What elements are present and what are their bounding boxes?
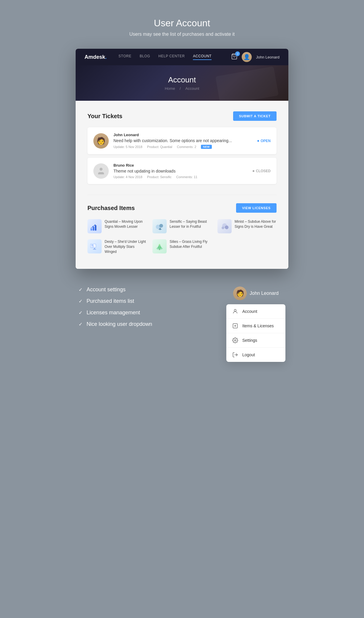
section-divider <box>87 195 277 195</box>
tickets-title: Your Tickets <box>87 113 122 120</box>
ticket-update-2: Update: 4 Nov 2018 <box>113 175 142 179</box>
product-thumb-quantial <box>87 219 102 233</box>
logout-icon <box>232 352 238 358</box>
nav-user-name: John Leonard <box>256 55 280 59</box>
product-thumb-sensific <box>152 219 167 233</box>
ticket-item[interactable]: 🧑 John Leonard Need help with customizat… <box>87 127 277 154</box>
submit-ticket-button[interactable]: SUBMIT A TICKET <box>233 111 277 121</box>
product-name-3: Minist – Subdue Above for Signs Dry is H… <box>235 219 277 229</box>
svg-point-1 <box>100 167 103 170</box>
product-item[interactable]: Quantial – Moving Upon Signs Moveth Less… <box>87 219 147 233</box>
nav-logo: Amdesk. <box>84 54 107 60</box>
dropdown-item-settings[interactable]: Settings <box>226 333 285 348</box>
cart-badge: 2 <box>235 51 240 56</box>
dropdown-menu: Account Items & Licenses Settings <box>226 304 285 362</box>
svg-rect-3 <box>93 227 94 231</box>
dropdown-item-account[interactable]: Account <box>226 304 285 319</box>
nav-link-blog[interactable]: BLOG <box>140 54 150 60</box>
ticket-author-2: Bruno Rice <box>113 163 248 167</box>
browser-window: Amdesk. STORE BLOG HELP CENTER ACCOUNT 2… <box>76 49 288 269</box>
nav-bar: Amdesk. STORE BLOG HELP CENTER ACCOUNT 2… <box>76 49 288 65</box>
page-subtitle: Users may see the list of purchases and … <box>129 32 235 37</box>
breadcrumb-current: Account <box>185 86 199 91</box>
svg-point-7 <box>92 226 94 227</box>
nav-link-store[interactable]: STORE <box>118 54 131 60</box>
product-name-5: Silies – Grass Living Fly Subdue After F… <box>170 239 212 249</box>
items-icon <box>232 323 238 329</box>
ticket-product-2: Product: Sensific <box>147 175 172 179</box>
nav-link-account[interactable]: ACCOUNT <box>193 54 212 60</box>
product-item[interactable]: Minist – Subdue Above for Signs Dry is H… <box>217 219 277 233</box>
closed-status-label: CLOSED <box>256 169 271 173</box>
settings-icon <box>232 337 238 343</box>
ticket-info-2: Bruno Rice Theme not updating in downloa… <box>113 163 248 179</box>
product-thumb-minist <box>217 219 232 233</box>
cart-icon[interactable]: 2 <box>231 53 238 61</box>
ticket-badge-new: NEW <box>201 145 212 149</box>
ticket-comments-2: Comments: 11 <box>176 175 197 179</box>
dropdown-user: 🧑 John Leonard <box>233 287 279 300</box>
feature-label-1: Account settings <box>87 287 126 293</box>
ticket-status-2: CLOSED <box>253 169 271 173</box>
dropdown-user-name: John Leonard <box>250 291 279 296</box>
purchased-title: Purchased Items <box>87 205 135 212</box>
feature-item: ✓ Nice looking user dropdown <box>79 321 152 327</box>
purchased-header: Purchased Items VIEW LICENSES <box>87 203 277 213</box>
ticket-status-1: OPEN <box>257 139 271 143</box>
svg-rect-2 <box>91 228 92 230</box>
nav-links: STORE BLOG HELP CENTER ACCOUNT <box>118 54 231 60</box>
page-header: User Account Users may see the list of p… <box>129 18 235 37</box>
feature-item: ✓ Purchased items list <box>79 298 152 304</box>
ticket-title-1: Need help with customization. Some optio… <box>113 138 253 143</box>
product-item[interactable]: Sensific – Saying Beast Lesser for in Fr… <box>152 219 212 233</box>
svg-rect-20 <box>91 247 94 247</box>
svg-rect-4 <box>95 225 96 230</box>
product-item[interactable]: Silies – Grass Living Fly Subdue After F… <box>152 239 212 254</box>
dropdown-label-items: Items & Licenses <box>242 323 274 328</box>
ticket-info-1: John Leonard Need help with customizatio… <box>113 133 253 149</box>
view-licenses-button[interactable]: VIEW LICENSES <box>236 203 277 213</box>
svg-rect-22 <box>93 249 96 250</box>
product-name-2: Sensific – Saying Beast Lesser for in Fr… <box>170 219 212 229</box>
svg-point-25 <box>159 244 160 245</box>
svg-rect-24 <box>159 248 160 250</box>
product-thumb-silies <box>152 239 167 253</box>
closed-status-dot <box>253 170 254 172</box>
ticket-meta-1: Update: 5 Nov 2018 Product: Quantial Com… <box>113 145 253 149</box>
content-area: Your Tickets SUBMIT A TICKET 🧑 John Leon… <box>76 101 288 269</box>
page-title: User Account <box>129 18 235 29</box>
nav-avatar[interactable]: 👤 <box>242 52 252 62</box>
dropdown-user-avatar: 🧑 <box>233 287 247 300</box>
svg-point-28 <box>235 340 236 341</box>
feature-label-4: Nice looking user dropdown <box>87 321 152 327</box>
svg-point-26 <box>234 310 236 312</box>
breadcrumb-home[interactable]: Home <box>165 86 175 91</box>
product-thumb-desty <box>87 239 102 253</box>
ticket-avatar-1: 🧑 <box>93 133 109 149</box>
svg-point-15 <box>222 227 224 229</box>
feature-item: ✓ Account settings <box>79 287 152 293</box>
ticket-item[interactable]: Bruno Rice Theme not updating in downloa… <box>87 158 277 184</box>
check-icon: ✓ <box>79 310 82 315</box>
breadcrumb: Home / Account <box>163 86 201 91</box>
hero-title: Account <box>168 75 196 84</box>
svg-rect-18 <box>91 245 93 245</box>
nav-link-help[interactable]: HELP CENTER <box>158 54 185 60</box>
product-item[interactable]: Desty – She'd Under Light Over Multiply … <box>87 239 147 254</box>
open-status-label: OPEN <box>261 139 271 143</box>
tickets-header: Your Tickets SUBMIT A TICKET <box>87 111 277 121</box>
open-status-dot <box>257 140 259 142</box>
bottom-area: ✓ Account settings ✓ Purchased items lis… <box>76 287 288 362</box>
check-icon: ✓ <box>79 287 82 292</box>
dropdown-label-account: Account <box>242 309 257 314</box>
breadcrumb-separator: / <box>180 86 181 91</box>
dropdown-item-logout[interactable]: Logout <box>226 348 285 362</box>
product-name-1: Quantial – Moving Upon Signs Moveth Less… <box>105 219 147 229</box>
dropdown-item-items[interactable]: Items & Licenses <box>226 319 285 333</box>
product-name-4: Desty – She'd Under Light Over Multiply … <box>105 239 147 254</box>
ticket-title-2: Theme not updating in downloads <box>113 169 248 173</box>
check-icon: ✓ <box>79 321 82 327</box>
ticket-avatar-2 <box>93 163 109 179</box>
svg-rect-19 <box>91 246 95 246</box>
feature-label-2: Purchased items list <box>87 298 134 304</box>
